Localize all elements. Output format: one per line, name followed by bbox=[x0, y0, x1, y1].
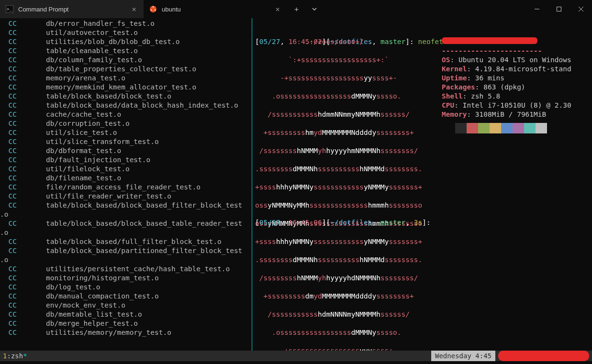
compile-line: CC memory/memkind_kmem_allocator_test.o bbox=[0, 83, 252, 92]
neofetch-info: ------------------------ OS: Ubuntu 20.0… bbox=[442, 28, 571, 128]
color-swatch bbox=[455, 123, 467, 133]
compile-line: CC db/fault_injection_test.o bbox=[0, 155, 252, 165]
tab-title: Command Prompt bbox=[18, 6, 125, 13]
compile-line: CC util/slice_transform_test.o bbox=[0, 137, 252, 146]
terminal-area: CC db/error_handler_fs_test.o CC util/au… bbox=[0, 18, 592, 353]
compile-line: CC util/file_reader_writer_test.o bbox=[0, 192, 252, 201]
compile-line: CC db/corruption_test.o bbox=[0, 119, 252, 128]
color-swatches bbox=[455, 123, 547, 133]
compile-line: CC table/cleanable_test.o bbox=[0, 46, 252, 55]
svg-point-4 bbox=[151, 10, 152, 11]
close-window-button[interactable] bbox=[570, 0, 592, 18]
compile-line: CC utilities/persistent_cache/hash_table… bbox=[0, 265, 252, 274]
compile-line: CC cache/cache_test.o bbox=[0, 110, 252, 119]
compile-line: CC db/filename_test.o bbox=[0, 174, 252, 183]
svg-rect-7 bbox=[557, 7, 561, 11]
svg-text:>_: >_ bbox=[7, 7, 12, 11]
tab-title: ubuntu bbox=[162, 6, 269, 13]
neofetch-logo: .-/+oossssoo+/-. `:+ssssssssssssssssss+:… bbox=[255, 28, 422, 353]
tab-ubuntu[interactable]: ubuntu ✕ bbox=[144, 0, 287, 18]
close-icon[interactable]: ✕ bbox=[274, 5, 281, 13]
compile-line: CC db/merge_helper_test.o bbox=[0, 319, 252, 328]
compile-line: CC env/mock_env_test.o bbox=[0, 301, 252, 310]
left-pane[interactable]: CC db/error_handler_fs_test.o CC util/au… bbox=[0, 18, 252, 353]
maximize-button[interactable] bbox=[548, 0, 570, 18]
minimize-button[interactable] bbox=[526, 0, 548, 18]
svg-point-5 bbox=[155, 10, 156, 11]
color-swatch bbox=[513, 123, 524, 133]
compile-line: CC db/memtable_list_test.o bbox=[0, 310, 252, 319]
tab-command-prompt[interactable]: >_ Command Prompt ✕ bbox=[0, 0, 144, 18]
compile-line: CC monitoring/histogram_test.o bbox=[0, 274, 252, 283]
compile-line-wrap: .o bbox=[0, 228, 252, 237]
color-swatch bbox=[478, 123, 490, 133]
compile-line: CC db/table_properties_collector_test.o bbox=[0, 65, 252, 74]
compile-line: CC table/block_based/data_block_hash_ind… bbox=[0, 101, 252, 110]
compile-line-wrap: .o bbox=[0, 210, 252, 219]
compile-line: CC table/block_based/full_filter_block_t… bbox=[0, 237, 252, 246]
compile-line-wrap: .o bbox=[0, 255, 252, 265]
color-swatch bbox=[467, 123, 478, 133]
ubuntu-icon bbox=[149, 5, 157, 13]
tmux-statusbar: 1:zsh* Wednesday 4:45 bbox=[0, 351, 592, 361]
redacted-hostname bbox=[498, 351, 589, 361]
color-swatch bbox=[536, 123, 547, 133]
color-swatch bbox=[490, 123, 501, 133]
redacted-user-host bbox=[442, 37, 537, 44]
prompt-line-2: [05/27, 16:45:06][~/dotfiles, master, 3s… bbox=[255, 218, 431, 227]
right-pane[interactable]: [05/27, 16:45:02][~/dotfiles, master]: n… bbox=[252, 18, 592, 353]
status-datetime: Wednesday 4:45 bbox=[431, 351, 495, 361]
compile-line: CC table/block_based/block_test.o bbox=[0, 92, 252, 101]
compile-line: CC table/block_based/block_based_table_r… bbox=[0, 219, 252, 228]
compile-line: CC util/slice_test.o bbox=[0, 128, 252, 137]
compile-line: CC util/autovector_test.o bbox=[0, 28, 252, 37]
color-swatch bbox=[524, 123, 536, 133]
compile-line: CC db/column_family_test.o bbox=[0, 55, 252, 65]
compile-line: CC utilities/blob_db/blob_db_test.o bbox=[0, 37, 252, 46]
compile-line: CC file/random_access_file_reader_test.o bbox=[0, 183, 252, 192]
compile-line: CC utilities/memory/memory_test.o bbox=[0, 328, 252, 337]
compile-line: CC table/block_based/partitioned_filter_… bbox=[0, 246, 252, 255]
session-indicator: 1:zsh* bbox=[3, 352, 27, 360]
compile-line: CC db/manual_compaction_test.o bbox=[0, 292, 252, 301]
new-tab-button[interactable]: ＋ bbox=[287, 0, 305, 18]
window-controls bbox=[526, 0, 592, 18]
tab-dropdown-button[interactable] bbox=[305, 0, 324, 18]
close-icon[interactable]: ✕ bbox=[130, 5, 138, 13]
svg-point-3 bbox=[153, 6, 154, 7]
compile-line: CC util/filelock_test.o bbox=[0, 165, 252, 174]
compile-line: CC db/error_handler_fs_test.o bbox=[0, 19, 252, 28]
compile-line: CC db/log_test.o bbox=[0, 283, 252, 292]
color-swatch bbox=[501, 123, 513, 133]
compile-line: CC table/block_based/block_based_filter_… bbox=[0, 201, 252, 210]
compile-line: CC memory/arena_test.o bbox=[0, 74, 252, 83]
titlebar: >_ Command Prompt ✕ ubuntu ✕ ＋ bbox=[0, 0, 592, 18]
compile-line: CC db/dbformat_test.o bbox=[0, 146, 252, 155]
cmd-icon: >_ bbox=[6, 5, 13, 13]
